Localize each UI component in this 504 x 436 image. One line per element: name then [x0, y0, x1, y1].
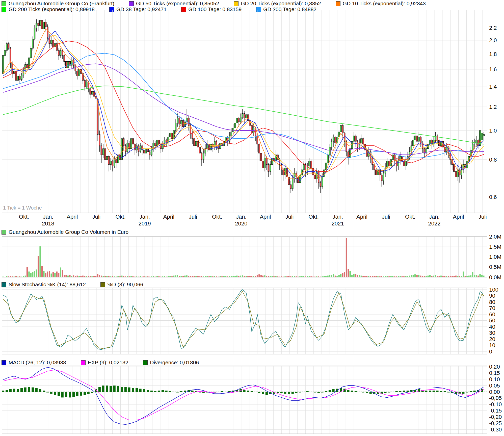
x-axis-quarter-label: Okt.	[212, 214, 222, 220]
axis-tick-label: -0,25	[489, 420, 502, 426]
x-axis-year-label: 2018	[42, 220, 54, 227]
x-axis-quarter-label: Jan.	[139, 214, 150, 220]
axis-tick-label: -0,30	[489, 426, 502, 433]
axis-tick-label: 1,0M	[489, 254, 501, 260]
stochastic-line	[3, 290, 484, 350]
x-axis-quarter-label: Juli	[382, 214, 390, 220]
axis-tick-label: -0,05	[489, 395, 502, 401]
stochastic-panel	[2, 288, 487, 354]
axis-tick-label: -0,20	[489, 414, 502, 420]
axis-tick-label: 0,8	[489, 157, 497, 163]
axis-tick-label: 70	[489, 305, 495, 311]
axis-tick-label: 1,6	[489, 66, 497, 72]
x-axis-quarter-label: Okt.	[19, 214, 29, 220]
axis-tick-label: 0,05	[489, 382, 500, 389]
x-axis-quarter-label: April	[67, 214, 78, 220]
macd-signal-line	[3, 370, 484, 420]
ma-line	[3, 64, 484, 155]
chart-canvas: 2,22,01,81,61,41,21,00,80,62,0M1,5M1,0M0…	[0, 0, 504, 436]
x-axis-quarter-label: Jan.	[429, 214, 440, 220]
x-axis-year-label: 2020	[235, 220, 247, 227]
axis-tick-label: 0,6	[489, 194, 497, 200]
x-axis-quarter-label: April	[453, 214, 464, 220]
axis-tick-label: 0,0M	[489, 274, 501, 280]
axis-tick-label: 100	[489, 287, 498, 293]
axis-tick-label: 1,8	[489, 51, 497, 57]
axis-tick-label: 2,0	[489, 37, 497, 43]
x-axis-year-label: 2021	[332, 220, 344, 227]
axis-tick-label: 0,10	[489, 376, 500, 382]
volume-series	[2, 238, 484, 277]
x-axis-year-label: 2019	[139, 220, 151, 227]
ma-line	[3, 86, 484, 144]
axis-tick-label: 1,5M	[489, 244, 501, 250]
x-axis-quarter-label: Jan.	[236, 214, 247, 220]
axis-tick-label: -0,15	[489, 407, 502, 414]
axis-tick-label: 30	[489, 330, 495, 336]
axis-tick-label: 10	[489, 342, 495, 348]
x-axis-quarter-label: Jan.	[43, 214, 54, 220]
x-axis-quarter-label: Juli	[479, 214, 487, 220]
stock-chart-page: Guangzhou Automobile Group Co (Frankfurt…	[0, 0, 504, 436]
axis-tick-label: 0,20	[489, 364, 500, 370]
x-axis-quarter-label: Okt.	[309, 214, 319, 220]
axis-tick-label: 0	[489, 348, 492, 355]
x-axis-quarter-label: April	[163, 214, 174, 220]
x-axis-labels: Okt.Jan.2018AprilJuliOkt.Jan.2019AprilJu…	[19, 214, 487, 227]
stochastic-line	[3, 291, 484, 349]
axis-tick-label: 0,5M	[489, 264, 501, 270]
x-axis-quarter-label: Jan.	[333, 214, 343, 220]
axis-tick-label: 20	[489, 336, 495, 342]
axis-tick-label: 40	[489, 324, 495, 330]
x-axis-quarter-label: April	[260, 214, 271, 220]
x-axis-quarter-label: Juli	[189, 214, 197, 220]
axis-tick-label: 90	[489, 293, 495, 299]
x-axis-quarter-label: Juli	[285, 214, 294, 220]
axis-tick-label: 50	[489, 317, 495, 324]
candlestick-series	[2, 15, 484, 193]
axis-tick-label: 0,00	[489, 389, 500, 395]
axis-tick-label: 2,2	[489, 25, 497, 31]
ma-line	[3, 35, 484, 177]
axis-tick-label: 0,15	[489, 370, 500, 376]
x-axis-quarter-label: Okt.	[115, 214, 125, 220]
x-axis-year-label: 2022	[428, 220, 440, 227]
ma-line	[3, 31, 484, 181]
macd-line	[3, 367, 484, 424]
axis-tick-label: 1,4	[489, 84, 497, 90]
axis-tick-label: 1,0	[489, 127, 497, 134]
axis-tick-label: -0,10	[489, 401, 502, 407]
axis-tick-label: 2,0M	[489, 234, 501, 240]
x-axis-quarter-label: Okt.	[405, 214, 415, 220]
axis-tick-label: 80	[489, 299, 495, 305]
x-axis-quarter-label: Juli	[92, 214, 100, 220]
macd-panel	[2, 366, 487, 434]
x-axis-quarter-label: April	[356, 214, 367, 220]
price-panel	[2, 10, 487, 213]
axis-tick-label: 60	[489, 311, 495, 318]
axis-tick-label: 1,2	[489, 104, 497, 110]
